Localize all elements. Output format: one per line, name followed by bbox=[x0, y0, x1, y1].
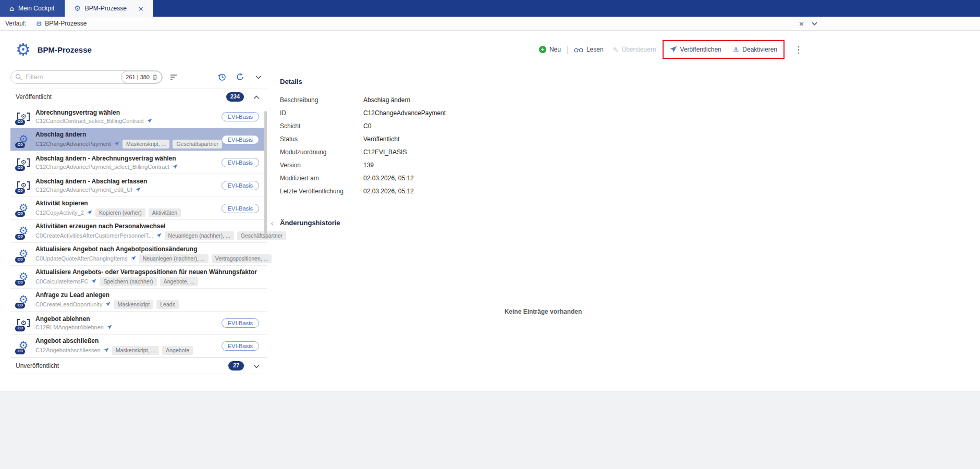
detail-row: Modulzuordnung C12EVI_BASIS bbox=[280, 146, 806, 159]
publish-button[interactable]: Veröffentlichen bbox=[670, 46, 721, 53]
chevron-down-icon bbox=[253, 364, 260, 368]
layer-badge: C0 bbox=[15, 188, 26, 194]
process-list-item[interactable]: ⚙ C0 Abschlag ändern C12ChangeAdvancePay… bbox=[10, 128, 267, 151]
process-texts: Anfrage zu Lead anlegen C0CreateLeadOppo… bbox=[35, 291, 179, 309]
collapse-panel-icon[interactable]: ‹ bbox=[271, 220, 274, 228]
detail-label: Beschreibung bbox=[280, 94, 363, 107]
tab-bpm-prozesse[interactable]: ⚙ BPM-Prozesse × bbox=[65, 0, 153, 17]
process-id: C12CopyActivity_2 bbox=[35, 209, 84, 216]
result-count-chip[interactable]: 261 | 380 bbox=[121, 71, 162, 83]
process-id: C12ChangeAdvancePayment bbox=[35, 141, 111, 147]
chevron-down-icon[interactable] bbox=[812, 22, 817, 26]
process-title: Abrechnungsvertrag wählen bbox=[35, 109, 155, 116]
verlauf-item-label: BPM-Prozesse bbox=[45, 20, 87, 27]
main-content: ⚙ BPM-Prozesse + Neu Lesen ✎ Übersteuern… bbox=[0, 31, 980, 391]
detail-label: Status bbox=[280, 133, 363, 146]
read-button[interactable]: Lesen bbox=[574, 46, 604, 53]
trash-icon[interactable] bbox=[152, 74, 157, 80]
tag: Aktivitäten bbox=[149, 208, 181, 217]
process-list-item[interactable]: ⚙ C0 Angebot abschließen C12Angebotabsch… bbox=[10, 335, 267, 357]
close-tab-icon[interactable]: × bbox=[138, 5, 144, 12]
tag: Neuanlegen (nachher), ... bbox=[139, 254, 209, 263]
process-texts: Aktualisiere Angebot nach Angebotpositio… bbox=[35, 245, 267, 263]
rocket-icon bbox=[104, 348, 109, 353]
process-title: Abschlag ändern bbox=[35, 131, 222, 138]
detail-row: Letzte Veröffentlichung 02.03.2026, 05:1… bbox=[280, 185, 806, 198]
detail-label: Modifiziert am bbox=[280, 172, 363, 185]
pencil-icon: ✎ bbox=[613, 46, 619, 53]
tab-mein-cockpit[interactable]: ⌂ Mein Cockpit bbox=[0, 0, 64, 17]
layer-badge: C0 bbox=[15, 119, 26, 126]
tag: Kopieren (vorher) bbox=[95, 208, 145, 217]
tag-list: MaskenskriptLeads bbox=[114, 300, 178, 309]
module-pill: EVI-Basis bbox=[222, 135, 259, 144]
glasses-icon bbox=[574, 47, 583, 53]
tag: Maskenskript, ... bbox=[123, 140, 169, 149]
history-icon[interactable] bbox=[218, 73, 226, 81]
process-list-item[interactable]: ⚙ C0 Aktualisiere Angebots- oder Vertrag… bbox=[10, 266, 267, 289]
process-list-item[interactable]: ⚙ C0 Abschlag ändern - Abschlag erfassen… bbox=[10, 174, 267, 197]
process-list-item[interactable]: ⚙ C0 Abschlag ändern - Abrechnungsvertra… bbox=[10, 151, 267, 174]
process-title: Abschlag ändern - Abschlag erfassen bbox=[35, 178, 147, 185]
verlauf-actions: × bbox=[799, 17, 817, 31]
process-icon: ⚙ C0 bbox=[15, 291, 32, 309]
deactivate-button[interactable]: ⚓ Deaktivieren bbox=[733, 46, 777, 53]
tag: Angebote bbox=[162, 346, 193, 355]
rocket-icon bbox=[147, 118, 152, 124]
process-subrow: C12Angebotabschliessen Maskenskript, ...… bbox=[35, 346, 193, 355]
process-subrow: C0UpdateQuoteAfterChangingItems Neuanleg… bbox=[35, 254, 267, 263]
history-block: Änderungshistorie bbox=[280, 219, 806, 227]
verlauf-label: Verlauf: bbox=[5, 20, 27, 27]
module-pill: EVI-Basis bbox=[222, 181, 259, 190]
tag: Geschäftspartner bbox=[173, 140, 222, 149]
detail-row: ID C12ChangeAdvancePayment bbox=[280, 107, 806, 120]
process-icon: ⚙ C0 bbox=[15, 337, 32, 355]
detail-label: Letzte Veröffentlichung bbox=[280, 185, 363, 198]
tag: Geschäftspartner bbox=[237, 231, 287, 240]
process-list-item[interactable]: ⚙ C0 Aktualisiere Angebot nach Angebotpo… bbox=[10, 243, 267, 266]
layer-badge: C0 bbox=[15, 142, 26, 149]
process-list-item[interactable]: ⚙ C0 Abrechnungsvertrag wählen C12Cancel… bbox=[10, 105, 267, 128]
section-header-published[interactable]: Veröffentlicht 234 bbox=[10, 89, 267, 105]
section-header-unpublished[interactable]: Unveröffentlicht 27 bbox=[10, 357, 267, 374]
process-subrow: C12ChangeAdvancePayment_edit_UI bbox=[35, 187, 147, 193]
process-list-item[interactable]: ⚙ C0 Angebot ablehnen C12RLMAngebotAbleh… bbox=[10, 312, 267, 335]
detail-row: Status Veröffentlicht bbox=[280, 133, 806, 146]
clear-verlauf-icon[interactable]: × bbox=[799, 20, 804, 27]
search-icon bbox=[15, 73, 22, 80]
process-texts: Angebot abschließen C12Angebotabschliess… bbox=[35, 337, 193, 355]
process-id: C12CancelContract_select_BillingContract bbox=[35, 118, 144, 124]
section-label: Unveröffentlicht bbox=[16, 362, 59, 369]
layer-badge: C0 bbox=[15, 348, 26, 355]
sort-icon[interactable] bbox=[170, 74, 178, 80]
kebab-menu-icon[interactable]: ⋮ bbox=[794, 45, 803, 54]
module-pill: EVI-Basis bbox=[222, 341, 259, 351]
annotation-highlight-box: Veröffentlichen ⚓ Deaktivieren bbox=[663, 40, 785, 59]
process-icon: ⚙ C0 bbox=[15, 268, 32, 286]
layer-badge: C0 bbox=[15, 279, 26, 286]
tag: Speichern (nachher) bbox=[100, 277, 156, 286]
detail-value: Abschlag ändern bbox=[363, 94, 806, 107]
process-list-item[interactable]: ⚙ C0 Anfrage zu Lead anlegen C0CreateLea… bbox=[10, 289, 267, 312]
section-label: Veröffentlicht bbox=[16, 93, 52, 101]
chevron-down-icon[interactable] bbox=[255, 75, 262, 79]
tag: Maskenskript, ... bbox=[112, 346, 159, 355]
new-button[interactable]: + Neu bbox=[539, 46, 561, 53]
tab-label: Mein Cockpit bbox=[18, 5, 54, 12]
module-pill: EVI-Basis bbox=[222, 112, 259, 121]
override-button[interactable]: ✎ Übersteuern bbox=[613, 46, 656, 53]
process-id: C12ChangeAdvancePayment_edit_UI bbox=[35, 187, 132, 193]
list-scrollbar-thumb[interactable] bbox=[264, 111, 267, 234]
tag-list: Speichern (nachher)Angebote, ... bbox=[100, 277, 198, 286]
verlauf-item-bpm-prozesse[interactable]: ⚙ BPM-Prozesse bbox=[36, 20, 87, 27]
rocket-icon bbox=[173, 164, 178, 169]
rocket-icon bbox=[105, 302, 111, 307]
detail-row: Modifiziert am 02.03.2026, 05:12 bbox=[280, 172, 806, 185]
refresh-icon[interactable] bbox=[236, 73, 244, 81]
process-list-item[interactable]: ⚙ C0 Aktivität kopieren C12CopyActivity_… bbox=[10, 197, 267, 220]
process-list-item[interactable]: ⚙ C0 Aktivitäten erzeugen nach Personalw… bbox=[10, 220, 267, 243]
detail-row: Schicht C0 bbox=[280, 120, 806, 133]
process-title: Aktualisiere Angebots- oder Vertragsposi… bbox=[35, 268, 257, 276]
tag: Angebote, ... bbox=[160, 277, 199, 286]
history-heading: Änderungshistorie bbox=[280, 219, 806, 227]
